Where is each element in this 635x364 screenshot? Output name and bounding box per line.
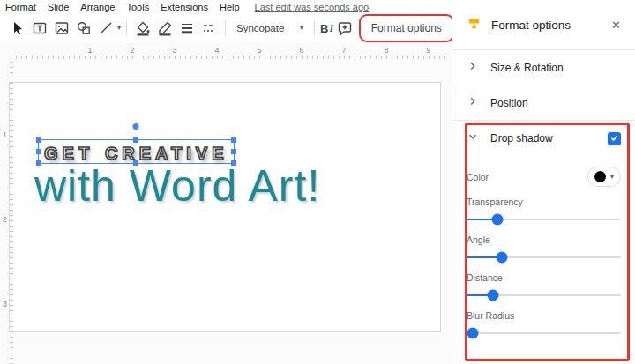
insert-image-button[interactable] bbox=[51, 18, 72, 39]
section-drop-shadow[interactable]: Drop shadow bbox=[452, 121, 635, 156]
chevron-down-icon bbox=[467, 130, 479, 146]
insert-shape-button[interactable] bbox=[73, 18, 94, 39]
panel-header: Format options ✕ bbox=[452, 0, 635, 50]
cursor-icon bbox=[10, 20, 26, 36]
border-color-icon bbox=[157, 20, 173, 36]
font-family-select[interactable]: Syncopate ▾ bbox=[231, 20, 309, 36]
font-family-value: Syncopate bbox=[236, 23, 288, 33]
blur-radius-label: Blur Radius bbox=[467, 310, 621, 321]
color-swatch bbox=[594, 171, 606, 182]
ruler-mark: 2 bbox=[3, 215, 7, 224]
toolbar-separator bbox=[126, 20, 127, 36]
menu-extensions[interactable]: Extensions bbox=[161, 2, 208, 12]
transparency-slider-thumb[interactable] bbox=[492, 214, 504, 226]
menu-slide[interactable]: Slide bbox=[48, 2, 69, 12]
check-icon bbox=[609, 130, 619, 146]
resize-handle-e[interactable] bbox=[231, 149, 236, 154]
blur-radius-slider[interactable] bbox=[467, 327, 621, 338]
add-comment-button[interactable] bbox=[334, 18, 355, 39]
chevron-down-icon: ▾ bbox=[300, 25, 303, 32]
border-dash-icon bbox=[201, 20, 217, 36]
shadow-color-row: Color ▾ bbox=[467, 167, 621, 187]
distance-label: Distance bbox=[467, 272, 621, 283]
angle-slider[interactable] bbox=[467, 251, 621, 263]
distance-group: Distance bbox=[467, 272, 621, 301]
border-dash-button[interactable] bbox=[198, 18, 220, 39]
format-options-button[interactable]: Format options bbox=[363, 19, 450, 38]
close-icon[interactable]: ✕ bbox=[611, 19, 621, 32]
angle-label: Angle bbox=[467, 234, 621, 245]
workspace: get creative with Word Art! bbox=[0, 42, 452, 364]
line-icon bbox=[98, 20, 114, 36]
comment-icon bbox=[337, 20, 353, 36]
text-box-icon bbox=[32, 20, 48, 36]
paint-format-icon bbox=[467, 16, 482, 34]
menu-tools[interactable]: Tools bbox=[126, 2, 149, 12]
transparency-group: Transparency bbox=[467, 197, 621, 225]
resize-handle-n[interactable] bbox=[133, 137, 138, 143]
panel-title: Format options bbox=[491, 19, 601, 32]
bold-button[interactable]: B bbox=[320, 18, 328, 39]
resize-handle-w[interactable] bbox=[36, 149, 41, 154]
drop-shadow-checkbox[interactable] bbox=[608, 132, 621, 145]
wordart-line2-text[interactable]: with Word Art! bbox=[34, 160, 320, 212]
italic-button[interactable]: I bbox=[329, 18, 332, 39]
line-dropdown-caret-icon[interactable]: ▾ bbox=[117, 25, 121, 32]
ruler-mark: 9 bbox=[426, 46, 430, 55]
angle-slider-thumb[interactable] bbox=[497, 252, 508, 264]
section-label: Drop shadow bbox=[490, 132, 596, 145]
google-slides-window: Format Slide Arrange Tools Extensions He… bbox=[0, 0, 635, 364]
image-icon bbox=[54, 20, 70, 36]
border-color-button[interactable] bbox=[154, 18, 176, 39]
ruler-mark: 1 bbox=[87, 46, 92, 55]
ruler-mark: 2 bbox=[130, 46, 134, 55]
vertical-ruler: 1 2 3 bbox=[0, 62, 14, 364]
rotation-handle[interactable] bbox=[133, 123, 139, 130]
border-weight-button[interactable] bbox=[176, 18, 198, 39]
shape-icon bbox=[76, 20, 92, 36]
section-label: Size & Rotation bbox=[490, 62, 621, 74]
distance-slider-thumb[interactable] bbox=[487, 290, 498, 301]
last-edit-link[interactable]: Last edit was seconds ago bbox=[255, 2, 370, 12]
section-label: Position bbox=[490, 97, 621, 109]
toolbar-separator bbox=[225, 20, 226, 36]
menu-format[interactable]: Format bbox=[5, 2, 36, 12]
ruler-ticks bbox=[16, 56, 446, 59]
resize-handle-ne[interactable] bbox=[231, 137, 236, 143]
chevron-down-icon: ▾ bbox=[610, 174, 614, 181]
angle-group: Angle bbox=[467, 234, 621, 263]
transparency-label: Transparency bbox=[467, 197, 621, 207]
ruler-mark: 3 bbox=[172, 46, 176, 55]
blur-radius-slider-thumb[interactable] bbox=[467, 328, 479, 339]
section-position[interactable]: Position bbox=[452, 85, 635, 121]
slide-canvas[interactable]: get creative with Word Art! bbox=[9, 82, 441, 332]
drop-shadow-details: Color ▾ Transparency Angle bbox=[452, 167, 635, 338]
color-label: Color bbox=[467, 172, 489, 182]
menu-arrange[interactable]: Arrange bbox=[80, 2, 115, 12]
chevron-right-icon bbox=[467, 95, 479, 111]
ruler-mark: 3 bbox=[3, 300, 7, 308]
ruler-mark: 1 bbox=[3, 130, 7, 139]
insert-line-button[interactable] bbox=[95, 18, 116, 39]
menubar: Format Slide Arrange Tools Extensions He… bbox=[0, 0, 452, 14]
resize-handle-nw[interactable] bbox=[36, 137, 41, 143]
fill-color-button[interactable] bbox=[132, 18, 153, 39]
border-weight-icon bbox=[179, 20, 195, 36]
text-box-button[interactable] bbox=[29, 18, 50, 39]
toolbar-separator bbox=[314, 20, 315, 36]
distance-slider[interactable] bbox=[467, 289, 621, 301]
horizontal-ruler: 1 2 3 4 5 6 7 8 9 bbox=[16, 46, 446, 60]
select-tool-button[interactable] bbox=[7, 18, 28, 39]
transparency-slider[interactable] bbox=[467, 213, 621, 225]
fill-color-icon bbox=[135, 20, 151, 36]
chevron-right-icon bbox=[467, 60, 479, 76]
ruler-mark: 5 bbox=[257, 46, 261, 55]
shadow-color-picker[interactable]: ▾ bbox=[587, 167, 621, 187]
toolbar: ▾ Syncopate ▾ B I bbox=[0, 14, 452, 42]
format-options-panel: Format options ✕ Size & Rotation Positio… bbox=[452, 0, 635, 364]
ruler-mark: 8 bbox=[384, 46, 388, 55]
ruler-mark: 4 bbox=[214, 46, 219, 55]
menu-help[interactable]: Help bbox=[220, 2, 240, 12]
section-size-rotation[interactable]: Size & Rotation bbox=[452, 50, 635, 85]
blur-radius-group: Blur Radius bbox=[467, 310, 621, 338]
